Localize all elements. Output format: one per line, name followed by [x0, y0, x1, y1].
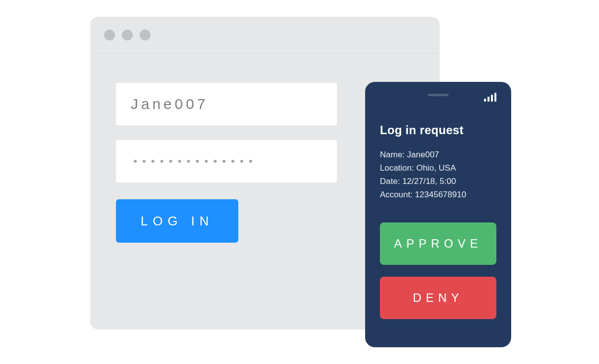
password-dot-icon — [196, 160, 199, 163]
login-button[interactable]: LOG IN — [116, 199, 238, 243]
password-dot-icon — [160, 160, 163, 163]
phone-device: Log in request Name: Jane007 Location: O… — [365, 82, 511, 347]
password-dot-icon — [231, 160, 234, 163]
titlebar-dot-icon — [140, 30, 150, 40]
phone-action-buttons: APPROVE DENY — [380, 222, 496, 319]
username-input[interactable] — [116, 83, 337, 125]
detail-name: Name: Jane007 — [380, 150, 496, 160]
detail-label: Location: — [380, 163, 414, 173]
phone-statusbar — [380, 93, 496, 102]
deny-button[interactable]: DENY — [380, 277, 496, 319]
password-dot-icon — [151, 160, 154, 163]
titlebar-dot-icon — [122, 30, 133, 40]
titlebar-dot-icon — [104, 30, 115, 40]
password-dot-icon — [205, 160, 208, 163]
signal-icon — [484, 93, 496, 102]
password-dot-icon — [214, 160, 217, 163]
detail-value: Ohio, USA — [416, 163, 456, 173]
password-dot-icon — [223, 160, 225, 163]
password-dot-icon — [187, 160, 190, 163]
detail-location: Location: Ohio, USA — [380, 163, 496, 173]
approve-button[interactable]: APPROVE — [380, 222, 496, 265]
detail-value: 12345678910 — [415, 190, 466, 199]
detail-label: Account: — [380, 190, 412, 199]
browser-titlebar — [90, 17, 440, 53]
password-dot-icon — [240, 160, 243, 163]
request-details: Name: Jane007 Location: Ohio, USA Date: … — [380, 150, 496, 200]
detail-value: 12/27/18, 5:00 — [402, 177, 456, 186]
password-dot-icon — [169, 160, 172, 163]
detail-label: Date: — [380, 177, 400, 186]
password-input[interactable] — [116, 140, 337, 182]
password-dot-icon — [143, 160, 146, 163]
phone-speaker-icon — [428, 94, 449, 96]
password-dot-icon — [249, 160, 252, 163]
detail-account: Account: 12345678910 — [380, 190, 496, 200]
detail-date: Date: 12/27/18, 5:00 — [380, 177, 496, 186]
detail-label: Name: — [380, 150, 405, 159]
detail-value: Jane007 — [407, 150, 439, 159]
password-dot-icon — [178, 160, 181, 163]
password-dot-icon — [134, 160, 137, 163]
request-title: Log in request — [380, 123, 496, 137]
